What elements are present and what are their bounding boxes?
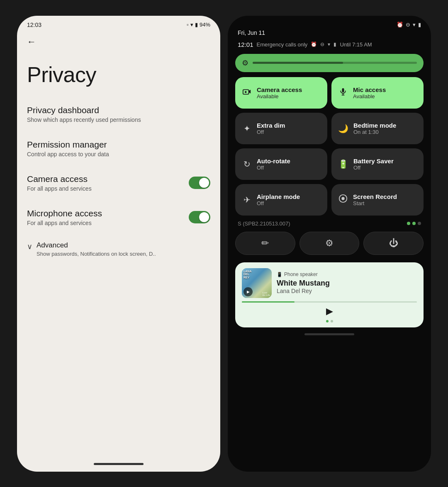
extra-dim-sub: Off <box>257 129 285 135</box>
dot-2 <box>412 222 416 225</box>
extra-dim-title: Extra dim <box>257 122 285 129</box>
camera-access-subtitle: For all apps and services <box>27 185 92 192</box>
extra-dim-tile[interactable]: ✦ Extra dim Off <box>235 113 327 144</box>
battery-icon-qs: ▮ <box>418 22 421 28</box>
advanced-item[interactable]: ∨ Advanced Show passwords, Notifications… <box>17 235 220 264</box>
privacy-dashboard-subtitle: Show which apps recently used permission… <box>27 116 141 123</box>
media-progress-bar[interactable] <box>242 301 417 303</box>
back-button[interactable]: ← <box>17 31 220 49</box>
wifi-icon-qs: ▾ <box>413 22 416 28</box>
screen-record-tile[interactable]: Screen Record Start <box>331 184 424 216</box>
media-output: 📱 Phone speaker <box>277 271 417 277</box>
media-song-title: White Mustang <box>277 279 417 288</box>
wifi-qs-icon2: ▾ <box>328 41 330 47</box>
alarm-icon: ⏰ <box>397 22 403 28</box>
edit-button[interactable]: ✏ <box>235 232 295 255</box>
mic-tile-title: Mic access <box>353 86 386 93</box>
microphone-toggle[interactable] <box>189 211 210 223</box>
page-title: Privacy <box>17 49 220 94</box>
album-text-top: LANA DEL REY <box>243 270 251 279</box>
brightness-fill <box>253 62 343 64</box>
media-controls: ▶ <box>242 306 417 317</box>
advanced-title: Advanced <box>37 241 156 250</box>
qs-bottom-buttons: ✏ ⚙ ⏻ <box>228 230 431 260</box>
bedtime-icon: 🌙 <box>338 124 348 133</box>
battery-qs-icon2: ▮ <box>334 41 336 47</box>
svg-rect-3 <box>342 88 344 92</box>
media-player: LANA DEL REY Lust for Life ▶ 📱 Phone spe… <box>235 262 424 327</box>
qs-build-info: S (SPB2.210513.007) <box>228 219 431 230</box>
media-artist-name: Lana Del Rey <box>277 288 417 294</box>
battery-saver-icon: 🔋 <box>338 159 348 169</box>
play-small-icon[interactable]: ▶ <box>243 287 253 296</box>
qs-date: Fri, Jun 11 <box>228 29 431 39</box>
power-button[interactable]: ⏻ <box>363 232 424 255</box>
settings-button[interactable]: ⚙ <box>299 232 360 255</box>
mic-access-tile[interactable]: Mic access Available <box>331 77 424 109</box>
screen-record-icon <box>338 194 348 205</box>
battery-pct: 94% <box>200 22 210 28</box>
autorotate-sub: Off <box>257 165 290 171</box>
microphone-access-subtitle: For all apps and services <box>27 220 102 226</box>
screen-record-title: Screen Record <box>353 193 397 200</box>
media-dot-1 <box>326 320 329 322</box>
autorotate-title: Auto-rotate <box>257 157 290 165</box>
qs-until: Until 7:15 AM <box>340 41 372 48</box>
extra-dim-icon: ✦ <box>242 124 252 133</box>
dot-3 <box>418 222 421 225</box>
edit-icon: ✏ <box>261 238 269 249</box>
speaker-icon: 📱 <box>277 272 282 277</box>
brightness-track <box>253 62 417 64</box>
autorotate-icon: ↻ <box>242 159 252 169</box>
airplane-icon: ✈ <box>242 195 252 205</box>
media-page-dots <box>242 320 417 322</box>
bedtime-sub: On at 1:30 <box>353 129 396 135</box>
wifi-icon: ▾ <box>190 22 193 28</box>
svg-point-2 <box>245 91 247 93</box>
play-button[interactable]: ▶ <box>326 306 333 317</box>
camera-access-tile[interactable]: Camera access Available <box>235 77 327 109</box>
camera-tile-sub: Available <box>257 93 302 99</box>
advanced-subtitle: Show passwords, Notifications on lock sc… <box>37 251 156 257</box>
microphone-access-title: Microphone access <box>27 208 102 218</box>
airplane-sub: Off <box>257 200 300 206</box>
permission-manager-title: Permission manager <box>27 140 109 150</box>
signal-icon: ▫ <box>187 22 189 28</box>
airplane-tile[interactable]: ✈ Airplane mode Off <box>235 184 327 216</box>
camera-tile-title: Camera access <box>257 86 302 93</box>
screen-record-sub: Start <box>353 200 397 206</box>
dnd-qs-icon: ⊖ <box>320 41 324 47</box>
airplane-title: Airplane mode <box>257 193 300 200</box>
qs-status-bar: ⏰ ⊖ ▾ ▮ <box>228 16 431 29</box>
qs-page-dots <box>407 222 421 225</box>
dnd-icon: ⊖ <box>406 22 410 28</box>
gear-icon: ⚙ <box>325 238 334 249</box>
album-text-bottom: Lust for Life <box>263 291 270 296</box>
camera-tile-icon <box>242 87 252 98</box>
time-left: 12:03 <box>27 22 41 28</box>
power-icon: ⏻ <box>389 238 398 249</box>
autorotate-tile[interactable]: ↻ Auto-rotate Off <box>235 148 327 180</box>
camera-access-item[interactable]: Camera access For all apps and services <box>17 166 220 200</box>
home-indicator <box>94 463 144 465</box>
brightness-icon: ⚙ <box>242 58 248 68</box>
qs-time: 12:01 <box>238 41 253 48</box>
qs-time-row: 12:01 Emergency calls only ⏰ ⊖ ▾ ▮ Until… <box>228 39 431 51</box>
mic-tile-icon <box>338 87 348 98</box>
qs-tiles-grid: Camera access Available Mic access Avail… <box>228 77 431 216</box>
bedtime-tile[interactable]: 🌙 Bedtime mode On at 1:30 <box>331 113 424 144</box>
battery-saver-tile[interactable]: 🔋 Battery Saver Off <box>331 148 424 180</box>
privacy-dashboard-item[interactable]: Privacy dashboard Show which apps recent… <box>17 97 220 131</box>
camera-toggle[interactable] <box>189 177 210 189</box>
status-bar-left: 12:03 ▫ ▾ ▮ 94% <box>17 16 220 31</box>
privacy-dashboard-title: Privacy dashboard <box>27 105 141 115</box>
battery-saver-title: Battery Saver <box>353 157 394 165</box>
settings-list: Privacy dashboard Show which apps recent… <box>17 94 220 463</box>
microphone-access-item[interactable]: Microphone access For all apps and servi… <box>17 200 220 235</box>
status-icons-left: ▫ ▾ ▮ 94% <box>187 22 210 28</box>
album-art: LANA DEL REY Lust for Life ▶ <box>242 268 272 298</box>
qs-emergency: Emergency calls only <box>257 41 308 48</box>
left-phone: 12:03 ▫ ▾ ▮ 94% ← Privacy Privacy dashbo… <box>17 16 220 472</box>
brightness-slider[interactable]: ⚙ <box>235 54 424 72</box>
permission-manager-item[interactable]: Permission manager Control app access to… <box>17 131 220 166</box>
